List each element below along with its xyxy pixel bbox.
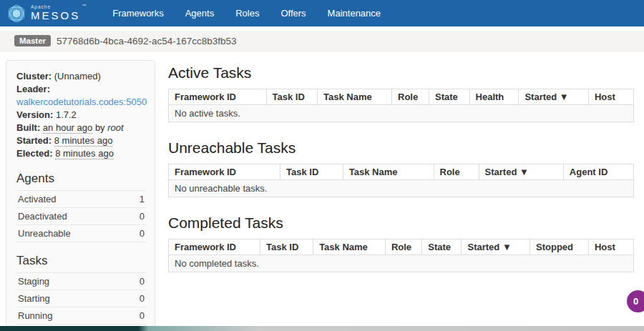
tasks-staging-row: Staging0 bbox=[16, 272, 146, 290]
mesos-logo-icon bbox=[7, 4, 31, 24]
started-line: Started: 8 minutes ago bbox=[16, 134, 146, 147]
unreachable-tasks-section: Unreachable Tasks Framework ID Task ID T… bbox=[168, 139, 634, 197]
navbar-menu: Frameworks Agents Roles Offers Maintenan… bbox=[102, 8, 391, 19]
built-by: by bbox=[95, 122, 105, 133]
col-task-id[interactable]: Task ID bbox=[280, 164, 343, 180]
empty-row: No active tasks. bbox=[169, 105, 634, 122]
agents-unreachable-row: Unreachable0 bbox=[16, 224, 146, 242]
leader-label: Leader: bbox=[16, 84, 50, 94]
tasks-starting-row: Starting0 bbox=[16, 290, 146, 307]
col-agent-id[interactable]: Agent ID bbox=[563, 164, 633, 180]
active-tasks-title: Active Tasks bbox=[168, 64, 634, 81]
started-value: 8 minutes ago bbox=[54, 135, 113, 147]
cluster-info: Cluster: (Unnamed) Leader: walkercodetut… bbox=[16, 70, 146, 160]
no-active-tasks-message: No active tasks. bbox=[169, 105, 634, 122]
brand-text: ApacheMESOS™ bbox=[31, 5, 86, 22]
built-line: Built: an hour ago by root bbox=[16, 122, 146, 134]
brand-mesos-label: MESOS bbox=[31, 9, 80, 21]
main-content: Active Tasks Framework ID Task ID Task N… bbox=[168, 59, 635, 290]
stat-label: Deactivated bbox=[18, 211, 67, 222]
col-framework-id[interactable]: Framework ID bbox=[169, 164, 280, 180]
cluster-line: Cluster: (Unnamed) bbox=[16, 70, 146, 83]
stat-label: Staging bbox=[18, 276, 49, 287]
master-id: 57768d6b-4bca-4692-ac54-167cc8b3fb53 bbox=[57, 36, 236, 46]
stat-label: Activated bbox=[18, 194, 56, 204]
tasks-running-row: Running0 bbox=[16, 307, 146, 324]
col-role[interactable]: Role bbox=[392, 89, 429, 105]
version-label: Version: bbox=[16, 109, 53, 120]
built-user: root bbox=[107, 122, 123, 133]
col-state[interactable]: State bbox=[422, 239, 462, 255]
completed-tasks-table: Framework ID Task ID Task Name Role Stat… bbox=[168, 239, 634, 272]
elected-line: Elected: 8 minutes ago bbox=[16, 147, 146, 160]
agents-stat-list: Activated1 Deactivated0 Unreachable0 bbox=[16, 190, 146, 242]
col-framework-id[interactable]: Framework ID bbox=[169, 89, 267, 105]
built-label: Built: bbox=[16, 122, 40, 133]
col-state[interactable]: State bbox=[429, 89, 470, 105]
agents-deactivated-row: Deactivated0 bbox=[16, 207, 146, 224]
col-host[interactable]: Host bbox=[588, 89, 633, 105]
sidebar-panel: Cluster: (Unnamed) Leader: walkercodetut… bbox=[6, 60, 155, 331]
video-progress-bar[interactable] bbox=[0, 326, 644, 331]
stat-value: 0 bbox=[140, 293, 145, 304]
brand-trademark: ™ bbox=[82, 4, 86, 8]
empty-row: No unreachable tasks. bbox=[169, 180, 634, 197]
col-started-sorted[interactable]: Started ▼ bbox=[519, 89, 589, 105]
table-header-row: Framework ID Task ID Task Name Role Stat… bbox=[169, 239, 634, 255]
version-value: 1.7.2 bbox=[56, 109, 77, 120]
brand-apache-label: Apache bbox=[31, 5, 80, 10]
table-header-row: Framework ID Task ID Task Name Role Stat… bbox=[169, 89, 634, 105]
nav-item-maintenance[interactable]: Maintenance bbox=[317, 8, 391, 19]
stat-value: 0 bbox=[140, 276, 145, 287]
nav-item-offers[interactable]: Offers bbox=[270, 8, 316, 19]
col-task-name[interactable]: Task Name bbox=[313, 239, 386, 255]
col-task-name[interactable]: Task Name bbox=[343, 164, 434, 180]
master-badge: Master bbox=[14, 35, 51, 46]
nav-item-agents[interactable]: Agents bbox=[175, 8, 225, 19]
elected-label: Elected: bbox=[16, 148, 53, 159]
stat-value: 0 bbox=[140, 228, 145, 239]
leader-link-line: walkercodetutorials.codes:5050 bbox=[16, 96, 146, 109]
tasks-stat-list: Staging0 Starting0 Running0 Unreachable0… bbox=[16, 272, 146, 331]
started-label: Started: bbox=[16, 135, 52, 146]
version-line: Version: 1.7.2 bbox=[16, 109, 146, 122]
leader-link[interactable]: walkercodetutorials.codes:5050 bbox=[16, 97, 147, 107]
stat-label: Unreachable bbox=[18, 228, 71, 239]
nav-item-frameworks[interactable]: Frameworks bbox=[102, 8, 175, 19]
col-stopped[interactable]: Stopped bbox=[530, 239, 589, 255]
cluster-value: (Unnamed) bbox=[54, 71, 101, 81]
table-header-row: Framework ID Task ID Task Name Role Star… bbox=[169, 164, 634, 180]
col-task-name[interactable]: Task Name bbox=[318, 89, 392, 105]
col-task-id[interactable]: Task ID bbox=[266, 89, 318, 105]
cluster-label: Cluster: bbox=[16, 71, 52, 81]
leader-label-line: Leader: bbox=[16, 83, 146, 96]
completed-tasks-title: Completed Tasks bbox=[168, 214, 634, 232]
col-started-sorted[interactable]: Started ▼ bbox=[479, 164, 563, 180]
stat-value: 1 bbox=[140, 194, 145, 204]
built-value: an hour ago bbox=[43, 122, 92, 134]
stat-value: 0 bbox=[140, 310, 145, 321]
empty-row: No completed tasks. bbox=[169, 255, 634, 272]
tasks-section-title: Tasks bbox=[16, 254, 146, 268]
active-tasks-section: Active Tasks Framework ID Task ID Task N… bbox=[168, 64, 634, 122]
stat-label: Running bbox=[18, 310, 52, 321]
chat-widget-button[interactable]: 0 bbox=[627, 290, 644, 312]
stat-label: Starting bbox=[18, 293, 50, 304]
col-task-id[interactable]: Task ID bbox=[260, 239, 313, 255]
unreachable-tasks-title: Unreachable Tasks bbox=[168, 139, 634, 157]
col-role[interactable]: Role bbox=[434, 164, 479, 180]
col-framework-id[interactable]: Framework ID bbox=[169, 239, 260, 255]
no-completed-tasks-message: No completed tasks. bbox=[169, 255, 634, 272]
nav-item-roles[interactable]: Roles bbox=[225, 8, 270, 19]
agents-activated-row: Activated1 bbox=[16, 190, 146, 207]
col-health[interactable]: Health bbox=[469, 89, 519, 105]
col-role[interactable]: Role bbox=[385, 239, 421, 255]
mesos-brand[interactable]: ApacheMESOS™ bbox=[7, 4, 86, 24]
elected-value: 8 minutes ago bbox=[55, 148, 114, 159]
top-navbar: ApacheMESOS™ Frameworks Agents Roles Off… bbox=[0, 0, 644, 26]
completed-tasks-section: Completed Tasks Framework ID Task ID Tas… bbox=[168, 214, 634, 272]
col-host[interactable]: Host bbox=[588, 239, 633, 255]
stat-value: 0 bbox=[140, 211, 145, 222]
no-unreachable-tasks-message: No unreachable tasks. bbox=[169, 180, 634, 197]
col-started-sorted[interactable]: Started ▼ bbox=[462, 239, 530, 255]
